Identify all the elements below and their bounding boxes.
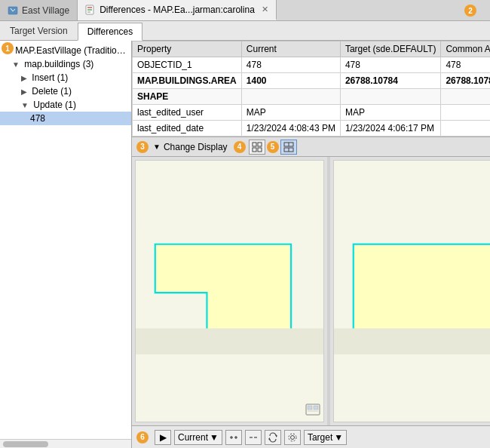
horizontal-scrollbar[interactable] — [0, 439, 131, 448]
cell-current: 1400 — [241, 73, 340, 89]
tree-expand-buildings: ▼ — [12, 60, 20, 69]
settings-icon — [287, 432, 298, 443]
tree-item-delete[interactable]: ▶ Delete (1) — [0, 84, 131, 98]
map-svg-target — [334, 161, 490, 422]
cell-shape-current — [241, 89, 340, 105]
tree-item-update[interactable]: ▼ Update (1) — [0, 98, 131, 112]
cell-shape-target — [340, 89, 440, 105]
tab-east-village[interactable]: East Village — [0, 0, 78, 20]
cell-property: MAP.BUILDINGS.AREA — [133, 73, 242, 89]
tree-item-buildings[interactable]: ▼ map.buildings (3) — [0, 57, 131, 71]
map-svg-current — [136, 161, 323, 422]
zoom-out-icon — [248, 432, 259, 443]
col-property: Property — [133, 41, 242, 57]
svg-rect-5 — [253, 143, 256, 146]
svg-rect-16 — [308, 406, 312, 410]
chevron-icon: ▼ — [153, 143, 161, 151]
table-row[interactable]: last_edited_user MAP MAP — [133, 105, 491, 121]
cell-target: MAP — [340, 105, 440, 121]
cell-current: 1/23/2024 4:08:43 PM — [241, 121, 340, 137]
sync-button[interactable] — [265, 430, 281, 445]
cell-ancestor — [441, 105, 490, 121]
tab-east-village-label: East Village — [22, 5, 69, 16]
col-current: Current — [241, 41, 340, 57]
tree-expand-insert: ▶ — [21, 74, 27, 82]
settings-button[interactable] — [284, 430, 301, 445]
svg-point-35 — [289, 434, 296, 441]
dropdown-chevron-icon: ▼ — [210, 432, 219, 443]
tree-area[interactable]: ▼ MAP.EastVillage (Traditional) - ▼ map.… — [0, 41, 131, 439]
table-row-shape[interactable]: SHAPE — [133, 89, 491, 105]
svg-marker-33 — [268, 437, 270, 440]
diff-table-wrapper: Property Current Target (sde.DEFAULT) Co… — [132, 41, 490, 137]
diff-icon — [85, 5, 96, 15]
cell-target: 1/23/2024 4:06:17 PM — [340, 121, 440, 137]
map-panel-target[interactable] — [333, 160, 490, 422]
badge-6: 6 — [136, 431, 149, 443]
sub-tab-bar: Target Version Differences — [0, 21, 490, 41]
scrollbar-thumb[interactable] — [3, 441, 48, 447]
svg-rect-21 — [334, 328, 490, 354]
grid-view-button-2[interactable] — [280, 140, 297, 155]
svg-rect-14 — [136, 328, 323, 354]
zoom-in-button[interactable] — [225, 430, 242, 445]
tab-bar: East Village Differences - MAP.Ea...jarm… — [0, 0, 490, 21]
badge-2: 2 — [464, 5, 476, 17]
tree-item-insert[interactable]: ▶ Insert (1) — [0, 71, 131, 84]
table-row[interactable]: last_edited_date 1/23/2024 4:08:43 PM 1/… — [133, 121, 491, 137]
svg-rect-6 — [258, 143, 262, 146]
map-divider — [327, 157, 330, 425]
svg-rect-0 — [8, 7, 17, 14]
target-dropdown[interactable]: Target ▼ — [304, 430, 347, 445]
grid2-icon — [283, 142, 294, 152]
zoom-out-button[interactable] — [245, 430, 262, 445]
tree-item-478[interactable]: 478 — [0, 112, 131, 125]
dropdown-chevron-icon-2: ▼ — [334, 432, 343, 443]
play-icon: ▶ — [160, 432, 167, 443]
table-row[interactable]: MAP.BUILDINGS.AREA 1400 26788.10784 2678… — [133, 73, 491, 89]
badge-4: 4 — [234, 141, 246, 153]
col-target: Target (sde.DEFAULT) — [340, 41, 440, 57]
map-icon — [8, 5, 18, 16]
cell-target: 478 — [340, 57, 440, 73]
current-dropdown[interactable]: Current ▼ — [174, 430, 222, 445]
left-panel: 1 ▼ MAP.EastVillage (Traditional) - ▼ ma… — [0, 41, 132, 448]
cell-current: MAP — [241, 105, 340, 121]
tab-close-button[interactable]: ✕ — [262, 5, 268, 14]
change-display-title: Change Display — [164, 142, 228, 152]
map-panel-current[interactable] — [135, 160, 324, 422]
svg-marker-32 — [276, 434, 277, 437]
cell-shape: SHAPE — [133, 89, 242, 105]
svg-point-34 — [290, 435, 294, 439]
cell-ancestor: 478 — [441, 57, 490, 73]
svg-rect-8 — [258, 148, 262, 152]
svg-rect-20 — [354, 244, 490, 332]
cell-current: 478 — [241, 57, 340, 73]
cell-property: last_edited_user — [133, 105, 242, 121]
tab-differences[interactable]: Differences - MAP.Ea...jarman:carolina ✕ — [78, 0, 277, 20]
change-display-header: 3 ▼ Change Display 4 5 — [132, 137, 490, 157]
tab-differences-label: Differences - MAP.Ea...jarman:carolina — [100, 5, 255, 15]
cell-target: 26788.10784 — [340, 73, 440, 89]
main-content: 1 ▼ MAP.EastVillage (Traditional) - ▼ ma… — [0, 41, 490, 448]
play-button[interactable]: ▶ — [155, 430, 171, 445]
table-row[interactable]: OBJECTID_1 478 478 478 — [133, 57, 491, 73]
bottom-toolbar: 6 ▶ Current ▼ — [132, 425, 490, 448]
svg-rect-17 — [314, 406, 318, 410]
zoom-in-icon — [228, 432, 239, 443]
badge-5: 5 — [267, 141, 279, 153]
cell-ancestor: 26788.10784 — [441, 73, 490, 89]
sub-tab-target-version[interactable]: Target Version — [0, 22, 78, 40]
cell-property: last_edited_date — [133, 121, 242, 137]
tree-expand-update: ▼ — [21, 101, 29, 109]
grid-view-button-1[interactable] — [249, 140, 265, 155]
diff-table: Property Current Target (sde.DEFAULT) Co… — [132, 41, 490, 137]
tree-root[interactable]: ▼ MAP.EastVillage (Traditional) - — [0, 44, 131, 57]
col-ancestor: Common Ancestor — [441, 41, 490, 57]
cell-property: OBJECTID_1 — [133, 57, 242, 73]
sync-icon — [268, 432, 278, 443]
badge-3: 3 — [136, 141, 149, 153]
sub-tab-differences[interactable]: Differences — [78, 23, 142, 41]
badge-1: 1 — [2, 42, 14, 54]
svg-rect-7 — [253, 148, 256, 152]
